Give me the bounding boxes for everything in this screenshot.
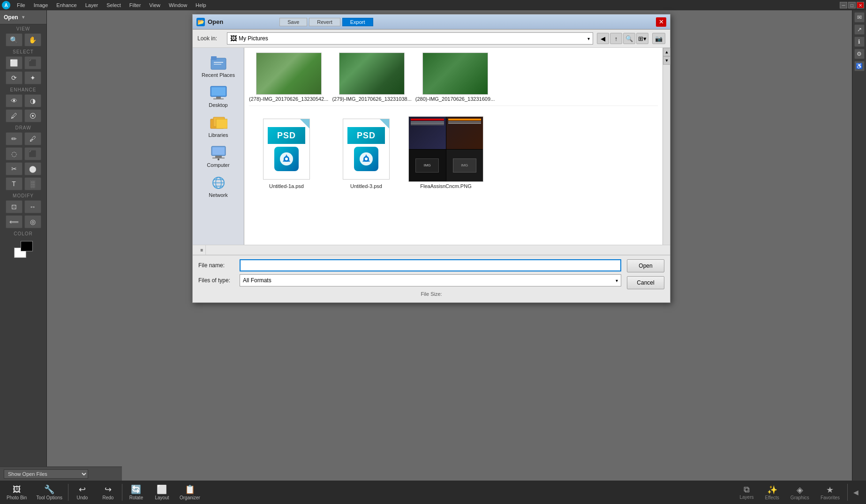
open-dropdown-arrow[interactable]: ▾ (22, 15, 24, 20)
menu-filter[interactable]: Filter (126, 1, 144, 9)
nav-up-button[interactable]: ↑ (610, 33, 622, 44)
open-button[interactable]: Open (627, 259, 664, 272)
zoom-tool[interactable]: 🔍 (6, 33, 23, 46)
taskbar-rotate[interactable]: 🔄 Rotate (123, 483, 149, 501)
dodge-tool[interactable]: 👁 (6, 94, 23, 107)
app-close-button[interactable]: ✕ (857, 2, 864, 8)
cancel-button[interactable]: Cancel (627, 276, 664, 289)
nav-network[interactable]: Network (197, 172, 240, 201)
pencil-tool[interactable]: 🖋 (24, 132, 41, 145)
scroll-up-button[interactable]: ▲ (663, 48, 670, 56)
taskbar-redo[interactable]: ↪ Redo (95, 483, 121, 501)
top-menubar: A File Image Enhance Layer Select Filter… (0, 0, 866, 10)
paint-bucket-tool[interactable]: ⬤ (24, 162, 41, 175)
menu-enhance[interactable]: Enhance (53, 1, 80, 9)
file-untitled-1a-psd[interactable]: PSD (249, 113, 324, 192)
folder-icon: 🖼 (230, 35, 237, 42)
red-eye-tool[interactable]: ◎ (24, 215, 41, 228)
text-tool[interactable]: T (6, 177, 23, 190)
burn-tool[interactable]: ◑ (24, 94, 41, 107)
filename-input[interactable] (240, 259, 621, 271)
photo-item-278[interactable]: (278)-IMG_20170626_13230542... (249, 53, 328, 102)
file-flea-png[interactable]: IMG IMG FleaAssisnCncm.PNG (408, 113, 483, 192)
menu-help[interactable]: Help (192, 1, 210, 9)
scroll-down-button[interactable]: ▼ (663, 56, 670, 65)
right-panel-share[interactable]: ↗ (854, 24, 865, 35)
recent-places-icon (209, 54, 228, 71)
nav-search-button[interactable]: 🔍 (623, 33, 635, 44)
menu-view[interactable]: View (145, 1, 164, 9)
taskbar-favorites[interactable]: ★ Favorites (817, 484, 843, 501)
maximize-button[interactable]: □ (848, 2, 856, 8)
straighten-tool[interactable]: ⟸ (6, 215, 23, 228)
taskbar-tool-options[interactable]: 🔧 Tool Options (31, 483, 67, 501)
right-panel-mail[interactable]: ✉ (854, 12, 865, 23)
current-folder: My Pictures (239, 35, 268, 42)
lasso-tool[interactable]: ⟳ (6, 71, 23, 84)
filename-row: File name: (198, 259, 621, 271)
taskbar-photo-bin[interactable]: 🖼 Photo Bin (2, 484, 31, 501)
nav-desktop[interactable]: Desktop (197, 82, 240, 111)
smudge-tool[interactable]: ◌ (6, 147, 23, 160)
right-panel-settings[interactable]: ⚙ (854, 49, 865, 59)
magic-wand-tool[interactable]: ✦ (24, 71, 41, 84)
healing-tool[interactable]: ⦿ (24, 109, 41, 122)
menu-window[interactable]: Window (165, 1, 191, 9)
nav-libraries[interactable]: Libraries (197, 112, 240, 141)
layers-label: Layers (739, 495, 753, 500)
dialog-close-button[interactable]: ✕ (656, 17, 666, 27)
gradient-tool[interactable]: ░ (24, 177, 41, 190)
svg-rect-13 (212, 158, 225, 158)
show-open-files-select[interactable]: Show Open Files (4, 469, 88, 479)
view-menu-button[interactable]: ⊞▾ (636, 33, 648, 44)
menu-image[interactable]: Image (30, 1, 52, 9)
photo-item-279[interactable]: (279)-IMG_20170626_13231038... (332, 53, 411, 102)
dialog-export-btn[interactable]: Export (342, 18, 373, 26)
right-panel-info[interactable]: ℹ (854, 37, 865, 47)
foreground-background-color[interactable] (14, 241, 33, 258)
taskbar-graphics[interactable]: ◈ Graphics (787, 484, 813, 501)
filename-label: File name: (198, 262, 236, 269)
file-untitled-3-psd[interactable]: PSD (329, 113, 404, 192)
taskbar-right: ⧉ Layers ✨ Effects ◈ Graphics ★ Favorite… (736, 484, 864, 501)
crop-tool[interactable]: ⊡ (6, 200, 23, 213)
nav-recent-places[interactable]: Recent Places (197, 52, 240, 81)
dialog-scrollbar[interactable]: ▲ ▼ (663, 48, 670, 245)
side-scroll-btn[interactable]: ≡ (198, 245, 206, 255)
psd-doc-3: PSD (343, 119, 390, 180)
taskbar-collapse-button[interactable]: ◀ (851, 489, 860, 496)
taskbar-undo[interactable]: ↩ Undo (69, 483, 95, 501)
dialog-save-btn[interactable]: Save (279, 18, 307, 26)
nav-computer[interactable]: Computer (197, 142, 240, 171)
look-in-bar: Look in: 🖼 My Pictures ▾ ◀ ↑ 🔍 ⊞▾ 📷 (193, 30, 670, 48)
favorites-label: Favorites (821, 495, 840, 500)
eraser-tool[interactable]: ✂ (6, 162, 23, 175)
taskbar-layout[interactable]: ⬜ Layout (149, 483, 175, 501)
brush-tool[interactable]: ✏ (6, 132, 23, 145)
taskbar-effects[interactable]: ✨ Effects (761, 484, 783, 501)
menu-select[interactable]: Select (103, 1, 125, 9)
ellipse-select-tool[interactable]: ⬛ (24, 56, 41, 69)
taskbar-layers[interactable]: ⧉ Layers (736, 484, 757, 501)
sharpen-tool[interactable]: ⬛ (24, 147, 41, 160)
menu-layer[interactable]: Layer (82, 1, 102, 9)
clone-tool[interactable]: 🖊 (6, 109, 23, 122)
dialog-camera-button[interactable]: 📷 (652, 33, 665, 44)
recompose-tool[interactable]: ↔ (24, 200, 41, 213)
hand-tool[interactable]: ✋ (24, 33, 41, 46)
desktop-icon (209, 84, 228, 101)
view-tools-row: 🔍 ✋ (0, 32, 46, 47)
photo-item-280[interactable]: (280)-IMG_20170626_13231609... (415, 53, 495, 102)
filetype-select[interactable]: All Formats ▾ (240, 274, 621, 286)
svg-rect-3 (214, 64, 221, 65)
look-in-select[interactable]: 🖼 My Pictures ▾ (227, 32, 593, 45)
nav-back-button[interactable]: ◀ (597, 33, 609, 44)
filetype-label: Files of type: (198, 277, 236, 284)
minimize-button[interactable]: ─ (840, 2, 847, 8)
right-panel-accessibility[interactable]: ♿ (854, 61, 865, 71)
taskbar-organizer[interactable]: 📋 Organizer (175, 483, 205, 501)
dialog-revert-btn[interactable]: Revert (309, 18, 340, 26)
foreground-color-swatch[interactable] (21, 241, 33, 251)
menu-file[interactable]: File (13, 1, 29, 9)
rect-select-tool[interactable]: ⬜ (6, 56, 23, 69)
